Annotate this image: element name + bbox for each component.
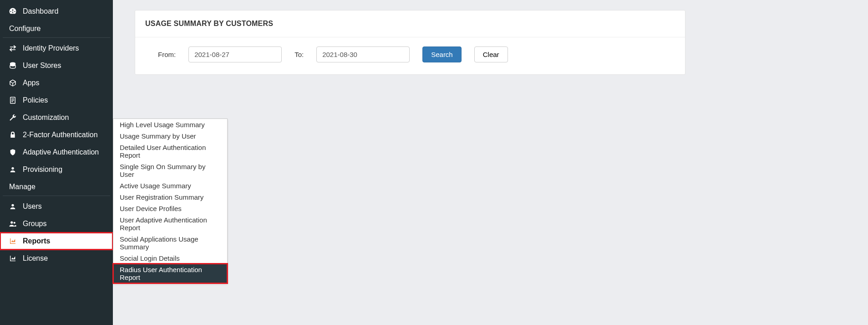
lock-icon — [7, 131, 18, 139]
users-icon — [7, 220, 18, 228]
svg-point-5 — [11, 167, 14, 170]
sidebar-item-label: Reports — [23, 237, 50, 245]
submenu-item[interactable]: Detailed User Authentication Report — [113, 142, 227, 161]
submenu-item[interactable]: User Adaptive Authentication Report — [113, 214, 227, 233]
submenu-item[interactable]: Usage Summary by User — [113, 130, 227, 142]
usage-summary-panel: USAGE SUMMARY BY CUSTOMERS From: To: Sea… — [135, 10, 685, 75]
user-icon — [7, 165, 18, 174]
submenu-item[interactable]: Social Login Details — [113, 253, 227, 264]
submenu-item[interactable]: User Registration Summary — [113, 191, 227, 203]
panel-title: USAGE SUMMARY BY CUSTOMERS — [135, 10, 685, 37]
sidebar-item-dashboard[interactable]: Dashboard — [0, 3, 113, 20]
submenu-item[interactable]: High Level Usage Summary — [113, 119, 227, 130]
sidebar-item-apps[interactable]: Apps — [0, 74, 113, 92]
sidebar-item-user-stores[interactable]: User Stores — [0, 57, 113, 74]
sidebar-item-label: Users — [23, 202, 42, 211]
gauge-icon — [7, 7, 18, 15]
submenu-item[interactable]: Social Applications Usage Summary — [113, 233, 227, 253]
sidebar-section-manage: Manage — [3, 178, 110, 196]
user-icon — [7, 202, 18, 211]
sidebar-item-reports[interactable]: Reports — [0, 232, 113, 250]
sidebar-section-configure: Configure — [3, 20, 110, 38]
sidebar-item-2fa[interactable]: 2-Factor Authentication — [0, 126, 113, 144]
clear-button[interactable]: Clear — [474, 46, 508, 62]
sidebar-item-label: Policies — [23, 96, 48, 104]
search-button[interactable]: Search — [422, 46, 462, 62]
sidebar-item-users[interactable]: Users — [0, 198, 113, 215]
sidebar-item-provisioning[interactable]: Provisioning — [0, 161, 113, 178]
svg-point-8 — [14, 222, 15, 224]
submenu-item-radius-report[interactable]: Radius User Authentication Report — [113, 264, 227, 283]
sidebar-item-policies[interactable]: Policies — [0, 92, 113, 109]
sidebar-item-label: Groups — [23, 220, 46, 228]
cube-icon — [7, 79, 18, 87]
shield-icon — [7, 148, 18, 156]
to-date-input[interactable] — [316, 46, 410, 62]
sidebar-item-customization[interactable]: Customization — [0, 109, 113, 126]
document-icon — [7, 96, 18, 104]
submenu-item[interactable]: Single Sign On Summary by User — [113, 161, 227, 180]
sidebar-item-label: Provisioning — [23, 165, 62, 174]
sidebar-item-label: Dashboard — [23, 7, 58, 15]
to-label: To: — [294, 51, 304, 58]
submenu-item[interactable]: Active Usage Summary — [113, 180, 227, 191]
from-date-input[interactable] — [188, 46, 282, 62]
sidebar-item-label: Customization — [23, 113, 69, 122]
main-content: USAGE SUMMARY BY CUSTOMERS From: To: Sea… — [113, 0, 868, 85]
sidebar-item-label: Apps — [23, 79, 39, 87]
sidebar-item-label: Adaptive Authentication — [23, 148, 99, 156]
sidebar-item-groups[interactable]: Groups — [0, 215, 113, 232]
exchange-icon — [7, 44, 18, 52]
submenu-item[interactable]: User Device Profiles — [113, 203, 227, 214]
reports-submenu: High Level Usage Summary Usage Summary b… — [113, 119, 228, 284]
wrench-icon — [7, 113, 18, 122]
from-label: From: — [158, 51, 176, 58]
sidebar: Dashboard Configure Identity Providers U… — [0, 0, 113, 325]
sidebar-item-label: Identity Providers — [23, 44, 79, 52]
sidebar-item-adaptive-auth[interactable]: Adaptive Authentication — [0, 144, 113, 161]
svg-point-7 — [10, 221, 13, 223]
sidebar-item-label: 2-Factor Authentication — [23, 131, 98, 139]
area-chart-icon — [7, 237, 18, 245]
sidebar-item-label: User Stores — [23, 62, 61, 70]
sidebar-item-label: License — [23, 254, 48, 263]
filter-form: From: To: Search Clear — [135, 37, 685, 74]
sidebar-item-identity-providers[interactable]: Identity Providers — [0, 40, 113, 57]
sidebar-item-license[interactable]: License — [0, 250, 113, 267]
database-icon — [7, 62, 18, 70]
area-chart-icon — [7, 255, 18, 262]
svg-point-6 — [11, 204, 14, 206]
